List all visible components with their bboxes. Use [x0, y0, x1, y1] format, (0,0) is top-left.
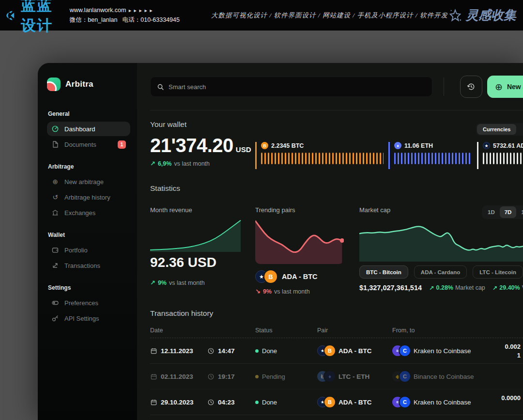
- new-arbitrage-button[interactable]: ⊕ New arbitrage: [487, 76, 523, 98]
- calendar-icon: [150, 399, 157, 406]
- nav-section-wallet: Wallet: [48, 232, 130, 238]
- trend-up-icon: ↗: [150, 279, 155, 286]
- trend-up-icon: ↗: [150, 160, 155, 167]
- trending-pairs-title: Trending pairs: [255, 206, 295, 214]
- sidebar-item-new-arbitrage[interactable]: ⊕ New arbitrage: [47, 174, 130, 189]
- sidebar-item-portfolio[interactable]: Portfolio: [47, 243, 130, 257]
- wallet-view-toggle: Currencies Exchanges: [476, 123, 523, 136]
- transactions-title: Transaction history: [150, 309, 213, 318]
- range-1m[interactable]: 1M: [516, 206, 523, 218]
- inspiration-logo: 灵感收集: [448, 7, 516, 24]
- coin-filter-pills: BTC - Bitcoin ADA - Cardano LTC - Liteco…: [359, 265, 523, 279]
- banner-collect-text: 灵感收集: [466, 7, 516, 24]
- transaction-row[interactable]: 02.11.2023 19:17 Pending Ł♦ LTC - ETH ◆C…: [150, 364, 523, 389]
- banner-services: 大数据可视化设计 / 软件界面设计 / 网站建设 / 手机及小程序设计 / 软件…: [211, 11, 448, 20]
- btc-ticks: [261, 153, 384, 164]
- transaction-amounts: 0.0000: [470, 394, 521, 403]
- wallet-icon: [51, 246, 59, 254]
- wallet-holdings: B 2.2345 BTC ♦ 11.06 ETH ★ 5732.61 ADA: [255, 142, 523, 169]
- sidebar-item-arbitrage-history[interactable]: ↺ Arbitrage history: [47, 190, 130, 204]
- sidebar-item-exchanges[interactable]: Exchanges: [47, 205, 130, 220]
- month-revenue-title: Month revenue: [150, 206, 192, 214]
- transfer-icon: [51, 262, 59, 269]
- wallet-currency: USD: [236, 145, 251, 154]
- trending-pair: ★ B ADA - BTC: [255, 270, 318, 283]
- market-cap-value: $1,327,027,361,514: [359, 284, 422, 292]
- nav-section-general: General: [48, 110, 130, 117]
- banner-wechat: 微信：ben_lanlan: [70, 16, 118, 23]
- wallet-title: Your wallet: [150, 120, 186, 129]
- section-divider: [150, 110, 523, 110]
- sidebar-item-label: Arbitrage history: [64, 194, 110, 201]
- pill-ltc-litecoin[interactable]: LTC - Litecoin: [473, 265, 523, 279]
- sidebar-item-label: New arbitrage: [64, 178, 104, 186]
- wallet-balance: 21'374.20USD: [150, 135, 251, 156]
- history-button[interactable]: [460, 76, 482, 98]
- trend-up-icon: ↗: [492, 284, 497, 292]
- trending-pair-label: ADA - BTC: [282, 273, 318, 280]
- key-icon: [51, 314, 59, 322]
- trending-delta: ↘ 9% vs last month: [255, 288, 310, 295]
- toggle-icon: [51, 299, 59, 307]
- clock-icon: [207, 373, 215, 380]
- holding-eth-label: 11.06 ETH: [404, 142, 433, 149]
- sidebar-item-documents[interactable]: Documents 1: [47, 137, 130, 152]
- search-input[interactable]: [169, 83, 426, 91]
- transaction-row[interactable]: 12.11.2023 14:47 Done ★B ADA - BTC ≈C Kr…: [150, 338, 523, 364]
- transactions-table: Date Status Pair From, to 12.11.2023 14:…: [150, 327, 523, 415]
- sidebar-item-label: Exchanges: [64, 209, 95, 217]
- sidebar-item-label: Portfolio: [64, 247, 88, 254]
- sidebar-item-label: Documents: [64, 141, 96, 148]
- status-dot: [255, 375, 259, 378]
- star-icon: [448, 8, 462, 23]
- transaction-row[interactable]: 29.10.2023 04:23 Done ★B ADA - BTC ≈C Kr…: [150, 389, 523, 415]
- status-label: Done: [262, 399, 277, 406]
- nav-section-settings: Settings: [48, 284, 130, 291]
- col-pair: Pair: [317, 327, 328, 334]
- sidebar: Arbitra General Dashboard Documents 1 Ar…: [38, 63, 137, 420]
- calendar-icon: [150, 347, 157, 355]
- holding-btc: B 2.2345 BTC: [255, 142, 384, 169]
- topbar-divider: [444, 78, 444, 96]
- toggle-exchanges[interactable]: Exchanges: [517, 124, 523, 135]
- btc-icon: B: [324, 397, 335, 407]
- banner-brand-text: 蓝蓝设计: [21, 0, 59, 36]
- eth-ticks: [394, 153, 472, 164]
- toggle-currencies[interactable]: Currencies: [477, 124, 516, 135]
- sidebar-item-label: Preferences: [64, 299, 98, 307]
- market-cap-stats: $1,327,027,361,514 ↗ 0.28% Market cap ↗ …: [359, 284, 523, 292]
- status-label: Done: [262, 347, 277, 355]
- lanlan-logo-icon: [5, 6, 18, 25]
- plus-circle-icon: ⊕: [495, 82, 503, 92]
- eth-icon: ♦: [324, 371, 335, 382]
- range-1d[interactable]: 1D: [483, 206, 500, 218]
- nav-section-arbitrage: Arbitrage: [48, 163, 130, 170]
- banner-arrows: ►►►►►: [128, 8, 154, 13]
- sidebar-item-preferences[interactable]: Preferences: [47, 296, 130, 310]
- dashboard-app: Arbitra General Dashboard Documents 1 Ar…: [38, 63, 523, 420]
- market-cap-title: Market cap: [359, 206, 390, 214]
- banner-phone: 电话：010-63334945: [123, 16, 180, 23]
- app-name: Arbitra: [65, 79, 93, 89]
- new-arbitrage-label: New arbitrage: [507, 83, 523, 91]
- trending-pairs-chart: [255, 217, 344, 264]
- sidebar-item-transactions[interactable]: Transactions: [47, 258, 130, 273]
- search-icon: [157, 83, 164, 91]
- wallet-delta: ↗ 6,9% vs last month: [150, 160, 210, 167]
- pill-btc-bitcoin[interactable]: BTC - Bitcoin: [359, 265, 408, 279]
- sidebar-item-dashboard[interactable]: Dashboard: [47, 122, 130, 136]
- lanlan-logo: 蓝蓝设计: [5, 0, 59, 36]
- range-7d[interactable]: 7D: [500, 206, 517, 218]
- history-restore-icon: [466, 82, 476, 92]
- banner-contact: www.lanlanwork.com ►►►►► 微信：ben_lanlan 电…: [70, 6, 180, 25]
- search-bar[interactable]: [150, 77, 432, 97]
- bank-icon: [51, 209, 59, 217]
- holding-eth: ♦ 11.06 ETH: [388, 142, 472, 169]
- pill-ada-cardano[interactable]: ADA - Cardano: [414, 265, 467, 279]
- sidebar-item-api-settings[interactable]: API Settings: [47, 311, 130, 326]
- plus-circle-icon: ⊕: [51, 178, 59, 186]
- history-icon: ↺: [51, 193, 59, 201]
- coinbase-icon: C: [400, 345, 410, 356]
- month-revenue-delta: ↗ 9% vs last month: [150, 279, 205, 286]
- month-revenue-value: 92.36 USD: [150, 255, 216, 270]
